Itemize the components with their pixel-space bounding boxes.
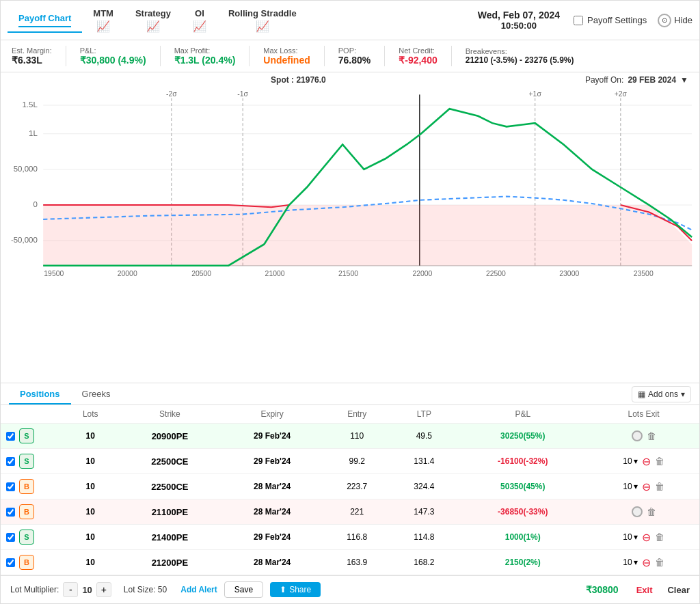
ltp-cell: 324.4 [390,474,457,499]
pnl-cell: -16100(-32%) [457,449,588,474]
row-checkbox[interactable] [6,558,15,567]
hide-button[interactable]: ⊙ Hide [658,14,692,27]
lots-exit-cell: 10 ▾ ⊖ 🗑 [588,525,699,550]
svg-text:19500: 19500 [44,270,64,277]
minus-circle-icon[interactable]: ⊖ [642,480,651,493]
pop-value: 76.80% [338,55,371,66]
row-checkbox[interactable] [6,508,15,517]
margin-label: Est. Margin: [12,46,52,55]
row-checkbox[interactable] [6,482,15,491]
radio-button[interactable] [632,430,643,441]
entry-cell: 99.2 [323,449,390,474]
svg-text:22500: 22500 [486,270,506,277]
tab-oi[interactable]: OI 📈 [182,3,217,38]
metric-max-loss: Max Loss: Undefined [263,46,323,66]
pop-label: POP: [338,46,371,55]
lots-exit-dropdown-container: 10 ▾ ⊖ 🗑 [593,480,694,493]
delete-icon[interactable]: 🗑 [655,456,664,467]
lots-exit-radio-container: 🗑 [593,430,694,441]
payoff-settings-checkbox[interactable] [574,16,583,25]
svg-text:+2σ: +2σ [615,90,628,98]
lots-exit-value: 10 [623,532,632,542]
table-row: S 1021400PE29 Feb'24116.8114.81000(1%) 1… [1,525,699,550]
tab-rolling-straddle[interactable]: Rolling Straddle 📈 [217,3,308,38]
ltp-cell: 131.4 [390,449,457,474]
table-row: S 1020900PE29 Feb'2411049.530250(55%) 🗑 [1,424,699,449]
strategy-label: Strategy [135,8,171,18]
svg-text:-2σ: -2σ [166,90,177,98]
max-profit-label: Max Profit: [174,46,236,55]
svg-text:1.5L: 1.5L [22,100,37,109]
oi-chart-icon: 📈 [193,20,206,33]
svg-text:23000: 23000 [559,270,579,277]
expiry-cell: 28 Mar'24 [221,474,323,499]
delete-icon[interactable]: 🗑 [655,481,664,492]
metric-pnl: P&L: ₹30,800 (4.9%) [80,46,160,66]
dropdown-chevron-icon: ▾ [634,456,638,466]
minus-circle-icon[interactable]: ⊖ [642,455,651,468]
payoff-settings-container[interactable]: Payoff Settings [574,15,647,25]
expiry-cell: 29 Feb'24 [221,424,323,449]
expiry-cell: 28 Mar'24 [221,550,323,575]
tab-payoff-chart[interactable]: Payoff Chart [8,8,82,33]
radio-button[interactable] [632,506,643,517]
col-ltp: LTP [390,405,457,424]
clear-button[interactable]: Clear [667,585,690,595]
lots-exit-cell: 10 ▾ ⊖ 🗑 [588,550,699,575]
footer-total-value: ₹30800 [586,584,619,595]
lots-dropdown[interactable]: 10 ▾ [623,482,637,491]
positions-table: Lots Strike Expiry Entry LTP P&L Lots Ex… [1,405,699,575]
delete-icon[interactable]: 🗑 [655,557,664,568]
lots-dropdown[interactable]: 10 ▾ [623,532,637,542]
row-checkbox[interactable] [6,432,15,441]
delete-icon[interactable]: 🗑 [647,430,656,441]
delete-icon[interactable]: 🗑 [655,532,664,543]
lots-dropdown[interactable]: 10 ▾ [623,456,637,466]
col-lots: Lots [62,405,119,424]
lots-exit-value: 10 [623,482,632,491]
rolling-chart-icon: 📈 [256,20,269,33]
tab-strategy[interactable]: Strategy 📈 [124,3,182,38]
minus-circle-icon[interactable]: ⊖ [642,556,651,569]
hide-icon: ⊙ [658,14,671,27]
lot-size-label: Lot Size: 50 [124,585,167,594]
svg-text:22000: 22000 [412,270,432,277]
addons-button[interactable]: ▦ Add ons ▾ [632,386,691,402]
svg-text:-1σ: -1σ [237,90,248,98]
type-badge: B [19,479,34,494]
metric-net-credit: Net Credit: ₹-92,400 [399,46,450,66]
max-loss-label: Max Loss: [263,46,310,55]
lot-plus-button[interactable]: + [96,582,111,597]
tab-positions[interactable]: Positions [9,383,71,404]
lots-exit-cell: 10 ▾ ⊖ 🗑 [588,474,699,499]
metric-breakevens: Breakevens: 21210 (-3.5%) - 23276 (5.9%) [466,47,588,65]
divider-2 [160,46,161,66]
lots-cell: 10 [62,525,119,550]
pnl-cell: 2150(2%) [457,550,588,575]
row-check-type: B [6,504,57,519]
tab-greeks[interactable]: Greeks [71,383,122,404]
add-alert-button[interactable]: Add Alert [180,585,217,594]
metric-margin: Est. Margin: ₹6.33L [12,46,66,66]
minus-circle-icon[interactable]: ⊖ [642,531,651,544]
dropdown-chevron-icon: ▾ [634,558,638,567]
share-button[interactable]: ⬆ Share [270,582,321,597]
row-checkbox[interactable] [6,457,15,466]
type-badge: B [19,555,34,570]
svg-text:0: 0 [33,200,37,208]
type-badge: B [19,504,34,519]
divider-1 [66,46,66,66]
row-checkbox[interactable] [6,533,15,542]
dropdown-chevron-icon: ▾ [634,482,638,491]
exit-button[interactable]: Exit [636,585,653,595]
save-button[interactable]: Save [224,581,263,598]
tab-mtm[interactable]: MTM 📈 [82,3,124,38]
lots-dropdown[interactable]: 10 ▾ [623,558,637,567]
payoff-on-selector[interactable]: Payoff On: 29 FEB 2024 ▼ [585,75,688,85]
expiry-cell: 29 Feb'24 [221,525,323,550]
delete-icon[interactable]: 🗑 [647,506,656,517]
chevron-down-icon: ▼ [680,75,688,85]
lot-minus-button[interactable]: - [63,582,78,597]
breakevens-label: Breakevens: [466,47,574,55]
svg-text:21500: 21500 [338,270,358,277]
